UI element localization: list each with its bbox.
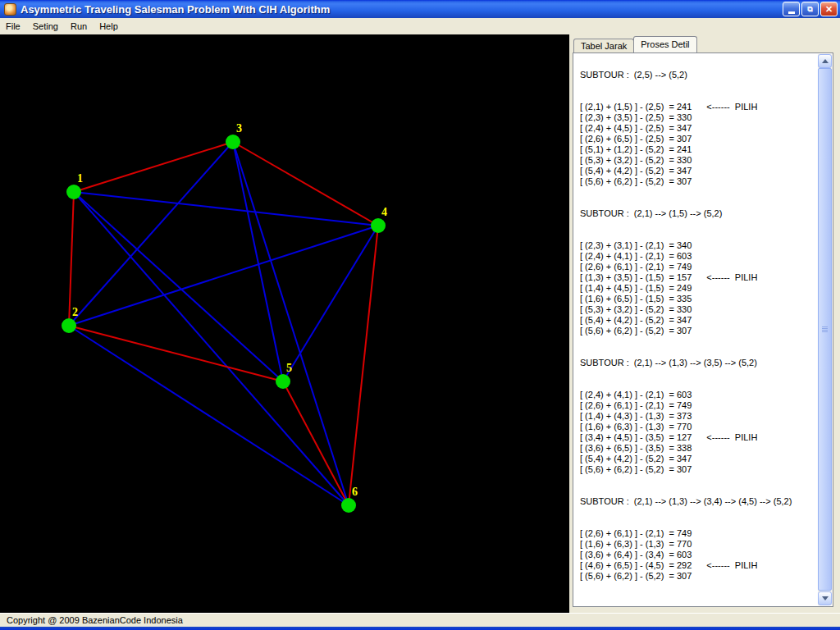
formula-text: [ (2,3) + (3,5) ] - (2,5) = 330 — [580, 112, 692, 122]
pilih-marker: <------ PILIH — [706, 102, 757, 112]
node-3[interactable] — [226, 135, 240, 149]
minimize-button[interactable] — [783, 2, 800, 16]
formula-line: [ (1,3) + (3,5) ] - (1,5) = 157<------ P… — [580, 272, 818, 283]
formula-text: [ (3,4) + (4,5) ] - (3,5) = 127 — [580, 432, 692, 442]
app-icon — [4, 3, 16, 16]
restore-icon: ⧉ — [807, 6, 812, 13]
scroll-up-button[interactable] — [818, 54, 832, 68]
subtour-block: SUBTOUR : (2,1) --> (1,3) --> (3,4) --> … — [580, 496, 818, 582]
subtour-block: SUBTOUR : (2,1) --> (1,3) --> (3,5) --> … — [580, 358, 818, 475]
tab-proses-detil[interactable]: Proses Detil — [633, 36, 696, 52]
app-window: Asymmetric Traveling Salesman Problem Wi… — [0, 0, 840, 630]
scroll-down-button[interactable] — [818, 591, 832, 605]
graph-svg: 123456 — [0, 34, 569, 613]
formula-text: [ (5,6) + (6,2) ] - (5,2) = 307 — [580, 326, 692, 336]
formula-text: [ (5,6) + (6,2) ] - (5,2) = 307 — [580, 571, 692, 581]
formula-line: [ (1,6) + (6,3) ] - (1,3) = 770 — [580, 422, 818, 432]
subtour-block: SUBTOUR : (2,5) --> (5,2)[ (2,1) + (1,5)… — [580, 70, 818, 187]
formula-line: [ (2,4) + (4,1) ] - (2,1) = 603 — [580, 390, 818, 400]
formula-line: [ (5,3) + (3,2) ] - (5,2) = 330 — [580, 155, 818, 166]
status-text: Copyright @ 2009 BazenianCode Indonesia — [7, 615, 183, 625]
close-icon: ✕ — [825, 5, 833, 14]
node-label-1: 1 — [77, 172, 83, 185]
edge-1-4 — [74, 192, 378, 226]
window-controls: ⧉ ✕ — [783, 2, 838, 16]
status-bar: Copyright @ 2009 BazenianCode Indonesia — [0, 613, 840, 627]
formula-line: [ (2,3) + (3,1) ] - (2,1) = 340 — [580, 240, 818, 251]
menu-item-file[interactable]: File — [0, 19, 27, 34]
formula-line: [ (5,6) + (6,2) ] - (5,2) = 307 — [580, 326, 818, 336]
edge-1-3 — [74, 142, 233, 192]
formula-line: [ (5,4) + (4,2) ] - (5,2) = 347 — [580, 315, 818, 326]
formula-text: [ (1,6) + (6,3) ] - (1,3) = 770 — [580, 422, 692, 431]
formula-line: [ (5,3) + (3,2) ] - (5,2) = 330 — [580, 304, 818, 315]
edge-2-6 — [69, 326, 349, 505]
node-label-3: 3 — [236, 122, 242, 135]
formula-line: [ (5,6) + (6,2) ] - (5,2) = 307 — [580, 176, 818, 187]
subtour-header: SUBTOUR : (2,5) --> (5,2) — [580, 70, 818, 80]
node-label-6: 6 — [352, 486, 358, 498]
node-label-2: 2 — [72, 306, 78, 318]
formula-text: [ (5,6) + (6,2) ] - (5,2) = 307 — [580, 176, 692, 186]
subtour-header: SUBTOUR : (2,1) --> (1,3) --> (3,4) --> … — [580, 496, 818, 507]
pilih-marker: <------ PILIH — [706, 560, 757, 570]
node-label-4: 4 — [381, 206, 387, 218]
node-label-5: 5 — [286, 362, 292, 374]
formula-text: [ (1,4) + (4,3) ] - (1,3) = 373 — [580, 411, 692, 421]
formula-text: [ (5,3) + (3,2) ] - (5,2) = 330 — [580, 155, 692, 165]
node-5[interactable] — [276, 374, 290, 389]
formula-text: [ (1,6) + (6,3) ] - (1,3) = 770 — [580, 539, 692, 549]
formula-text: [ (1,3) + (3,5) ] - (1,5) = 157 — [580, 272, 692, 282]
formula-line: [ (5,4) + (4,2) ] - (5,2) = 347 — [580, 166, 818, 176]
subtour-header: SUBTOUR : (2,1) --> (1,5) --> (5,2) — [580, 208, 818, 219]
menu-item-run[interactable]: Run — [65, 19, 94, 34]
tab-tabel-jarak[interactable]: Tabel Jarak — [573, 39, 634, 52]
vertical-scrollbar[interactable] — [818, 54, 832, 605]
edge-1-6 — [74, 192, 349, 505]
node-4[interactable] — [371, 218, 386, 233]
formula-text: [ (5,4) + (4,2) ] - (5,2) = 347 — [580, 166, 692, 176]
formula-line: [ (2,6) + (6,5) ] - (2,5) = 307 — [580, 134, 818, 144]
formula-line: [ (4,6) + (6,5) ] - (4,5) = 292<------ P… — [580, 560, 818, 571]
formula-text: [ (5,1) + (1,2) ] - (5,2) = 241 — [580, 144, 692, 154]
formula-text: [ (2,1) + (1,5) ] - (2,5) = 241 — [580, 102, 692, 112]
formula-line: [ (3,6) + (6,5) ] - (3,5) = 338 — [580, 443, 818, 454]
right-panel: Tabel JarakProses Detil SUBTOUR : (2,5) … — [569, 34, 840, 613]
formula-text: [ (5,6) + (6,2) ] - (5,2) = 307 — [580, 464, 692, 474]
formula-text: [ (2,3) + (3,1) ] - (2,1) = 340 — [580, 240, 692, 250]
restore-button[interactable]: ⧉ — [801, 2, 819, 16]
formula-text: [ (1,4) + (4,5) ] - (1,5) = 249 — [580, 283, 692, 293]
formula-line: [ (5,4) + (4,2) ] - (5,2) = 347 — [580, 454, 818, 464]
chevron-down-icon — [822, 596, 829, 600]
edge-1-5 — [74, 192, 283, 381]
formula-text: [ (2,6) + (6,1) ] - (2,1) = 749 — [580, 400, 692, 410]
formula-text: [ (3,6) + (6,4) ] - (3,4) = 603 — [580, 550, 692, 559]
formula-text: [ (5,4) + (4,2) ] - (5,2) = 347 — [580, 315, 692, 325]
formula-text: [ (2,6) + (6,1) ] - (2,1) = 749 — [580, 262, 692, 272]
formula-line: [ (2,1) + (1,5) ] - (2,5) = 241<------ P… — [580, 102, 818, 112]
menu-item-seting[interactable]: Seting — [27, 19, 65, 34]
formula-line: [ (1,4) + (4,5) ] - (1,5) = 249 — [580, 283, 818, 294]
close-button[interactable]: ✕ — [820, 2, 838, 16]
graph-canvas: 123456 — [0, 34, 569, 613]
formula-text: [ (2,6) + (6,5) ] - (2,5) = 307 — [580, 134, 692, 144]
menu-item-help[interactable]: Help — [94, 19, 125, 34]
scrollbar-thumb[interactable] — [818, 68, 832, 591]
formula-line: [ (2,6) + (6,1) ] - (2,1) = 749 — [580, 400, 818, 411]
formula-line: [ (5,6) + (6,2) ] - (5,2) = 307 — [580, 571, 818, 582]
node-2[interactable] — [62, 318, 76, 333]
node-6[interactable] — [341, 498, 356, 513]
formula-text: [ (1,6) + (6,5) ] - (1,5) = 335 — [580, 294, 692, 304]
formula-text: [ (5,4) + (4,2) ] - (5,2) = 347 — [580, 454, 692, 463]
proses-detil-textarea: SUBTOUR : (2,5) --> (5,2)[ (2,1) + (1,5)… — [573, 52, 833, 607]
subtour-header: SUBTOUR : (2,1) --> (1,3) --> (3,5) --> … — [580, 358, 818, 368]
formula-line: [ (2,6) + (6,1) ] - (2,1) = 749 — [580, 528, 818, 539]
formula-line: [ (2,4) + (4,5) ] - (2,5) = 347 — [580, 123, 818, 134]
chevron-up-icon — [822, 59, 829, 63]
formula-line: [ (2,6) + (6,1) ] - (2,1) = 749 — [580, 262, 818, 272]
formula-line: [ (1,6) + (6,3) ] - (1,3) = 770 — [580, 539, 818, 550]
node-1[interactable] — [66, 185, 81, 199]
window-title: Asymmetric Traveling Salesman Problem Wi… — [21, 3, 783, 16]
menu-bar: FileSetingRunHelp — [0, 18, 840, 34]
subtour-block: SUBTOUR : (2,1) --> (1,5) --> (5,2)[ (2,… — [580, 208, 818, 336]
